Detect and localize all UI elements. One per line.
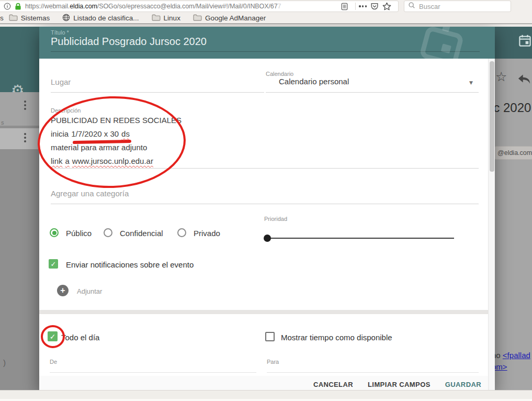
mostrar-tiempo-checkbox[interactable] [265,332,275,341]
appointment-watermark-icon [412,27,472,59]
kebab-menu-icon[interactable] [24,133,26,142]
de-underline [50,372,256,373]
bookmark-linux[interactable]: Linux [152,14,180,23]
sender-chip: @eldia.com [490,146,532,160]
folder-icon [193,14,202,23]
bookmark-sistemas[interactable]: Sistemas [9,14,50,23]
page-info-icon[interactable] [4,3,11,10]
annotation-red-circle [41,325,65,348]
https-lock-icon[interactable] [15,3,21,10]
adjuntar-plus-icon[interactable]: + [57,285,69,296]
dialog-header: Título * Publicidad Posgrado Jursoc 2020 [39,27,495,59]
reply-icon[interactable] [517,72,531,87]
search-placeholder: Buscar [419,3,440,10]
quoted-text: no <fpallad om> [492,350,530,373]
dialog-scrollbar-thumb[interactable] [490,61,494,172]
screen: https://webmail.eldia.com/SOGo/so/epress… [0,0,532,401]
browser-toolbar: https://webmail.eldia.com/SOGo/so/epress… [0,0,532,24]
bookmark-cut[interactable]: s [0,14,4,22]
radio-publico[interactable] [50,228,59,237]
radio-confidencial-label: Confidencial [120,229,163,238]
notificaciones-checkbox[interactable]: ✓ [49,259,58,269]
globe-icon [62,14,70,23]
calendario-underline [266,92,479,93]
app-toolbar-dimmed [495,27,532,59]
search-input[interactable]: Buscar [404,1,511,12]
radio-publico-label: Público [66,229,92,238]
adjuntar-label[interactable]: Adjuntar [77,287,102,295]
para-underline [267,372,479,373]
notificaciones-label: Enviar notificaciones sobre el evento [66,260,194,269]
lugar-input[interactable]: Lugar [51,77,71,86]
kebab-menu-icon[interactable] [24,101,26,110]
prioridad-slider-thumb[interactable] [264,235,271,242]
section-divider [39,310,488,314]
app-mail-list-dimmed: s ) [0,92,39,390]
page-actions-icon[interactable] [359,5,367,7]
toolbar-divider [355,3,356,10]
limpiar-campos-button[interactable]: LIMPIAR CAMPOS [368,381,431,388]
bookmark-listado[interactable]: Listado de clasifica... [62,14,139,23]
radio-confidencial[interactable] [104,228,112,237]
chevron-down-icon[interactable]: ▼ [469,80,473,85]
dialog-scrollbar-track[interactable] [488,59,495,390]
prioridad-slider-track[interactable] [265,238,454,239]
cancelar-button[interactable]: CANCELAR [313,381,353,388]
pocket-icon[interactable] [370,2,379,10]
event-editor-dialog: Título * Publicidad Posgrado Jursoc 2020… [39,27,495,390]
flag-star-icon[interactable]: ☆ [495,70,507,83]
para-label: Para [267,359,279,365]
prioridad-label: Prioridad [264,216,287,222]
categoria-input[interactable]: Agregar una categoría [51,189,129,198]
email-link[interactable]: <fpallad [503,351,530,360]
lugar-underline [51,92,264,93]
page-bottom-strip [0,390,532,401]
url-bar[interactable]: https://webmail.eldia.com/SOGo/so/epress… [0,1,399,12]
mail-body-fragment: ) [3,358,6,367]
app-sidebar-header-dimmed: ⚙ [0,27,39,92]
de-label: De [50,359,57,365]
url-text: https://webmail.eldia.com/SOGo/so/epress… [25,3,341,10]
mail-list-row[interactable] [0,92,39,126]
app-message-view-dimmed: ☆ oc 2020 @eldia.com no <fpallad om> [495,59,532,390]
search-icon [408,2,415,11]
mail-list-text-fragment: s [1,119,4,126]
radio-privado-label: Privado [194,229,220,238]
radio-privado[interactable] [177,228,186,237]
bookmark-admanager[interactable]: Google AdManager [193,14,266,23]
calendario-label: Calendario [266,71,293,77]
calendario-select[interactable]: Calendario personal [279,77,349,86]
bookmark-star-icon[interactable] [382,2,391,11]
folder-icon [152,14,161,23]
folder-icon [9,14,18,23]
guardar-button[interactable]: GUARDAR [445,381,481,388]
title-field-label: Título * [51,29,69,36]
mostrar-tiempo-label: Mostrar tiempo como disponible [281,333,392,342]
mail-list-row-selected[interactable] [0,128,39,149]
categoria-underline [51,204,479,204]
calendar-icon[interactable] [518,34,532,50]
bookmarks-bar: s Sistemas Listado de clasifica... Linux… [0,13,532,24]
title-input[interactable]: Publicidad Posgrado Jursoc 2020 [51,36,207,48]
todo-el-dia-label: Todo el día [61,333,99,342]
reader-mode-icon[interactable] [341,3,348,10]
